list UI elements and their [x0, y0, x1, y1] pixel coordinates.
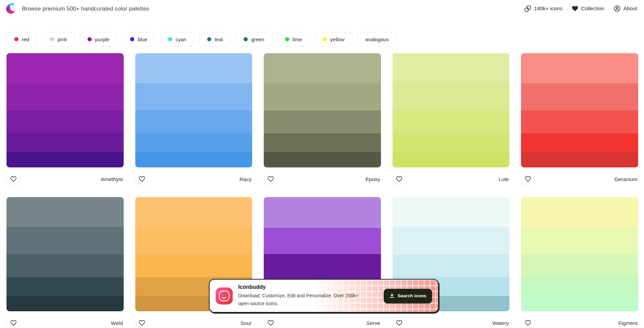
color-stripe[interactable] — [393, 53, 510, 83]
site-logo-icon[interactable] — [5, 2, 17, 15]
filter-chip-green[interactable]: green — [236, 32, 272, 46]
color-stripe[interactable] — [264, 228, 381, 254]
card-footer: Weld — [6, 311, 124, 328]
color-stripe[interactable] — [6, 83, 124, 110]
color-stripe[interactable] — [264, 133, 381, 152]
filter-chip-label: lime — [293, 36, 302, 42]
card-footer: Racy — [135, 167, 252, 197]
color-stripe[interactable] — [135, 254, 252, 277]
color-stripe[interactable] — [264, 110, 381, 133]
color-stripe[interactable] — [521, 277, 638, 296]
color-stripe[interactable] — [6, 277, 124, 296]
nav-item-label: About — [623, 5, 637, 12]
color-stripe[interactable] — [135, 227, 252, 254]
card-footer: Serve — [264, 311, 381, 328]
banner-title: Iconbuddy — [238, 284, 365, 290]
filter-chip-lime[interactable]: lime — [277, 32, 310, 46]
favorite-button[interactable] — [393, 173, 406, 186]
filter-chip-teal[interactable]: teal — [199, 32, 231, 46]
filter-chip-pink[interactable]: pink — [42, 32, 75, 46]
favorite-button[interactable] — [135, 316, 149, 328]
heart-outline-icon — [396, 320, 402, 327]
color-stripe[interactable] — [521, 133, 638, 152]
nav-item-collection[interactable]: Collection — [572, 5, 604, 12]
color-stripe[interactable] — [393, 254, 510, 277]
filter-chip-red[interactable]: red — [6, 32, 37, 46]
color-dot-icon — [14, 37, 18, 41]
color-stripe[interactable] — [6, 110, 124, 133]
color-stripe[interactable] — [521, 53, 638, 83]
nav-item-about[interactable]: About — [614, 5, 637, 12]
color-stripe[interactable] — [135, 83, 252, 110]
color-stripe[interactable] — [393, 133, 510, 152]
color-stripe[interactable] — [521, 152, 638, 167]
iconbuddy-banner[interactable]: Iconbuddy Download, Customize, Edit and … — [209, 279, 439, 313]
favorite-button[interactable] — [6, 316, 20, 328]
filter-chip-cyan[interactable]: cyan — [160, 32, 194, 46]
filter-chip-label: cyan — [175, 36, 186, 42]
color-stripe[interactable] — [135, 152, 252, 167]
palette-swatches — [264, 53, 381, 167]
palette-name: Watery — [492, 320, 509, 326]
color-stripe[interactable] — [393, 227, 510, 254]
color-stripe[interactable] — [6, 53, 124, 83]
heart-outline-icon — [139, 320, 145, 327]
heart-outline-icon — [267, 176, 274, 183]
search-icons-button-label: Search icons — [398, 293, 426, 298]
favorite-button[interactable] — [135, 173, 149, 186]
card-footer: Watery — [393, 311, 510, 328]
filter-chip-purple[interactable]: purple — [80, 32, 117, 46]
color-dot-icon — [88, 37, 92, 41]
color-stripe[interactable] — [521, 227, 638, 254]
color-stripe[interactable] — [135, 197, 252, 227]
palette-swatches — [6, 53, 124, 167]
color-stripe[interactable] — [6, 296, 124, 311]
color-stripe[interactable] — [135, 133, 252, 152]
favorite-button[interactable] — [521, 316, 535, 328]
color-stripe[interactable] — [264, 83, 381, 110]
color-stripe[interactable] — [6, 197, 124, 227]
favorite-button[interactable] — [393, 316, 406, 328]
color-stripe[interactable] — [6, 254, 124, 277]
color-stripe[interactable] — [135, 53, 252, 83]
heart-outline-icon — [10, 176, 17, 183]
filter-chip-label: red — [22, 36, 29, 42]
card-footer: Geranium — [521, 167, 638, 197]
color-stripe[interactable] — [393, 197, 510, 227]
palette-name: Serve — [366, 320, 380, 326]
search-icons-button[interactable]: Search icons — [384, 289, 432, 303]
filter-chip-analogous[interactable]: analogous — [357, 32, 397, 46]
palette-name: Figment — [618, 320, 638, 326]
color-stripe[interactable] — [6, 133, 124, 152]
color-stripe[interactable] — [521, 197, 638, 227]
color-stripe[interactable] — [264, 53, 381, 83]
palette-name: Weld — [111, 320, 123, 326]
color-stripe[interactable] — [521, 254, 638, 277]
color-stripe[interactable] — [6, 152, 124, 167]
filter-chip-yellow[interactable]: yellow — [315, 32, 352, 46]
color-stripe[interactable] — [264, 152, 381, 167]
nav-item-180k-icons[interactable]: 180k+ icons — [524, 5, 562, 12]
color-stripe[interactable] — [521, 296, 638, 311]
favorite-button[interactable] — [521, 173, 535, 186]
color-stripe[interactable] — [521, 110, 638, 133]
favorite-button[interactable] — [264, 173, 277, 186]
favorite-button[interactable] — [6, 173, 20, 186]
favorite-button[interactable] — [264, 316, 277, 328]
color-stripe[interactable] — [135, 110, 252, 133]
palette-card: Racy — [135, 53, 252, 197]
palette-card: Lute — [393, 53, 510, 197]
color-stripe[interactable] — [393, 152, 510, 167]
color-dot-icon — [130, 37, 134, 41]
color-stripe[interactable] — [393, 83, 510, 110]
color-stripe[interactable] — [6, 227, 124, 254]
palette-card: Figment — [521, 197, 638, 328]
filter-chip-blue[interactable]: blue — [122, 32, 155, 46]
filter-chip-label: blue — [138, 36, 147, 42]
color-stripe[interactable] — [264, 197, 381, 228]
color-stripe[interactable] — [393, 110, 510, 133]
download-icon — [389, 293, 395, 299]
color-dot-icon — [323, 37, 327, 41]
color-stripe[interactable] — [521, 83, 638, 110]
card-footer: Epoxy — [264, 167, 381, 197]
